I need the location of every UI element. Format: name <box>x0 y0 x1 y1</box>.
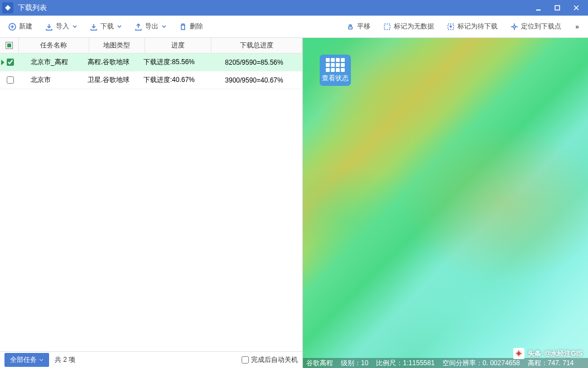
header-progress[interactable]: 进度 <box>145 38 212 53</box>
delete-button[interactable]: 删除 <box>175 20 206 33</box>
row-checkbox[interactable] <box>7 59 14 66</box>
status-level: 级别：10 <box>341 359 368 368</box>
status-resolution: 空间分辨率：0. 00274658 <box>442 359 520 368</box>
chevron-down-icon <box>162 25 166 29</box>
table-header: 任务名称 地图类型 进度 下载总进度 <box>0 38 302 54</box>
toolbar: 新建 导入 下载 导出 删除 平移 标记为无数据 标记为待下载 定位到下载点 » <box>0 16 588 38</box>
pan-button[interactable]: 平移 <box>343 20 374 33</box>
export-button[interactable]: 导出 <box>131 20 170 33</box>
cell-progress: 下载进度:85.56% <box>140 57 207 67</box>
mark-nodata-button[interactable]: 标记为无数据 <box>379 20 437 33</box>
locate-label: 定位到下载点 <box>521 22 561 31</box>
chevron-down-icon <box>117 25 122 29</box>
close-button[interactable] <box>567 1 586 14</box>
chevron-down-icon <box>39 358 44 362</box>
mark-pending-label: 标记为待下载 <box>457 22 498 31</box>
header-name[interactable]: 任务名称 <box>19 38 89 53</box>
cell-total: 3900/9590=40.67% <box>207 76 298 84</box>
new-button[interactable]: 新建 <box>4 20 36 33</box>
status-layer: 谷歌高程 <box>306 359 333 368</box>
table-row[interactable]: 北京市_高程 高程.谷歌地球 下载进度:85.56% 8205/9590=85.… <box>0 54 302 71</box>
status-scale: 比例尺：1:1155581 <box>376 359 435 368</box>
mark-pending-button[interactable]: 标记为待下载 <box>443 20 501 33</box>
map-statusbar: 谷歌高程 级别：10 比例尺：1:1155581 空间分辨率：0. 002746… <box>303 358 588 368</box>
task-count: 共 2 项 <box>55 355 75 365</box>
maximize-button[interactable] <box>548 1 567 14</box>
view-status-label: 查看状态 <box>322 74 349 83</box>
all-tasks-button[interactable]: 全部任务 <box>4 353 49 367</box>
auto-shutdown-label: 完成后自动关机 <box>251 355 298 365</box>
header-total[interactable]: 下载总进度 <box>211 38 302 53</box>
footer-bar: 全部任务 共 2 项 完成后自动关机 <box>0 351 302 368</box>
map-view[interactable]: 查看状态 ✦ 头条 @水经注GIS 谷歌高程 级别：10 比例尺：1:11555… <box>303 38 588 368</box>
import-label: 导入 <box>56 22 69 31</box>
app-icon <box>2 2 13 13</box>
cell-type: 高程.谷歌地球 <box>84 57 140 67</box>
watermark-prefix: 头条 <box>528 349 541 359</box>
window-title: 下载列表 <box>18 3 529 13</box>
chevron-down-icon <box>73 25 77 29</box>
new-label: 新建 <box>19 22 32 31</box>
import-button[interactable]: 导入 <box>41 20 80 33</box>
view-status-button[interactable]: 查看状态 <box>320 55 351 86</box>
all-tasks-label: 全部任务 <box>10 355 37 365</box>
auto-shutdown-option[interactable]: 完成后自动关机 <box>242 355 298 365</box>
watermark-icon: ✦ <box>513 348 524 359</box>
pan-label: 平移 <box>357 22 370 31</box>
titlebar: 下载列表 <box>0 0 588 16</box>
current-row-indicator <box>1 60 4 65</box>
header-type[interactable]: 地图类型 <box>89 38 145 53</box>
task-panel: 任务名称 地图类型 进度 下载总进度 北京市_高程 高程.谷歌地球 下载进度:8… <box>0 38 303 368</box>
cell-name: 北京市 <box>14 75 84 85</box>
locate-button[interactable]: 定位到下载点 <box>507 20 565 33</box>
grid-icon <box>326 58 345 72</box>
cell-name: 北京市_高程 <box>14 57 84 67</box>
header-checkbox[interactable] <box>0 38 19 53</box>
mark-nodata-label: 标记为无数据 <box>394 22 434 31</box>
row-checkbox[interactable] <box>7 76 14 84</box>
download-button[interactable]: 下载 <box>86 20 125 33</box>
cell-total: 8205/9590=85.56% <box>207 59 298 66</box>
toolbar-overflow[interactable]: » <box>570 23 584 31</box>
export-label: 导出 <box>145 22 158 31</box>
svg-rect-7 <box>384 24 390 30</box>
cell-type: 卫星.谷歌地球 <box>84 75 140 85</box>
minimize-button[interactable] <box>529 1 548 14</box>
delete-label: 删除 <box>190 22 203 31</box>
table-body: 北京市_高程 高程.谷歌地球 下载进度:85.56% 8205/9590=85.… <box>0 54 302 351</box>
auto-shutdown-checkbox[interactable] <box>242 356 249 364</box>
watermark-text: @水经注GIS <box>544 349 582 359</box>
status-elevation: 高程：747. 714 <box>528 359 574 368</box>
table-row[interactable]: 北京市 卫星.谷歌地球 下载进度:40.67% 3900/9590=40.67% <box>0 71 302 89</box>
download-label: 下载 <box>100 22 114 31</box>
cell-progress: 下载进度:40.67% <box>140 75 207 85</box>
svg-point-9 <box>513 26 515 28</box>
svg-rect-1 <box>555 6 560 10</box>
watermark: ✦ 头条 @水经注GIS <box>513 348 582 359</box>
